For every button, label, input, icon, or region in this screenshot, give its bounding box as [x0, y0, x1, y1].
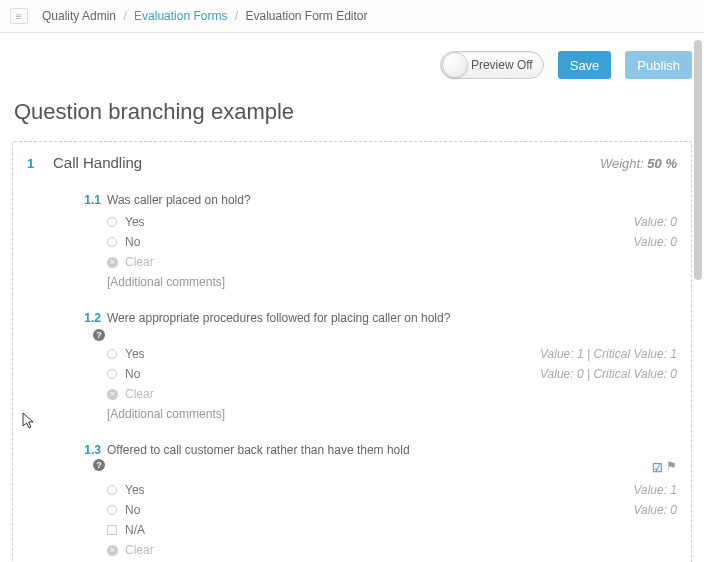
clear-label: Clear	[125, 543, 154, 557]
clear-icon: ×	[107, 389, 118, 400]
clear-button[interactable]: × Clear	[107, 387, 677, 401]
scrollbar[interactable]	[694, 40, 702, 280]
question-number: 1.3	[73, 443, 101, 457]
answer-label: No	[125, 235, 140, 249]
help-icon[interactable]: ?	[93, 459, 105, 471]
topbar: ≡ Quality Admin / Evaluation Forms / Eva…	[0, 0, 704, 33]
answer-yes[interactable]: Yes Value: 0	[107, 215, 677, 229]
radio-icon	[107, 505, 117, 515]
page-title: Question branching example	[14, 99, 692, 125]
answer-value: Value: 0	[633, 215, 677, 229]
preview-toggle[interactable]: Preview Off	[440, 51, 544, 79]
main-content: Preview Off Save Publish Question branch…	[0, 33, 704, 562]
answer-no[interactable]: No Value: 0 | Critical Value: 0	[107, 367, 677, 381]
breadcrumb-sep: /	[123, 9, 126, 23]
breadcrumb: Quality Admin / Evaluation Forms / Evalu…	[42, 9, 368, 23]
question-text: Was caller placed on hold?	[107, 193, 251, 207]
answer-value: Value: 0	[633, 235, 677, 249]
answers: Yes Value: 0 No Value: 0 × Clear [Additi…	[107, 215, 677, 289]
toggle-knob	[442, 52, 468, 78]
clear-icon: ×	[107, 257, 118, 268]
answer-na[interactable]: N/A	[107, 523, 677, 537]
radio-icon	[107, 485, 117, 495]
publish-button[interactable]: Publish	[625, 51, 692, 79]
question-1-2: 1.2 Were appropriate procedures followed…	[73, 311, 677, 421]
answer-label: Yes	[125, 215, 145, 229]
answer-label: Yes	[125, 347, 145, 361]
question-1-1: 1.1 Was caller placed on hold? Yes Value…	[73, 193, 677, 289]
answer-label: No	[125, 367, 140, 381]
additional-comments[interactable]: [Additional comments]	[107, 407, 677, 421]
save-button[interactable]: Save	[558, 51, 612, 79]
answer-yes[interactable]: Yes Value: 1	[107, 483, 677, 497]
section-call-handling: 1 Call Handling Weight: 50 % 1.1 Was cal…	[12, 141, 692, 562]
answer-no[interactable]: No Value: 0	[107, 235, 677, 249]
breadcrumb-item-evaluation-forms[interactable]: Evaluation Forms	[134, 9, 227, 23]
clear-icon: ×	[107, 545, 118, 556]
clear-label: Clear	[125, 387, 154, 401]
radio-icon	[107, 369, 117, 379]
breadcrumb-item-editor: Evaluation Form Editor	[245, 9, 367, 23]
answers: ☑ ⚑ Yes Value: 1 No Value: 0 N/A	[107, 459, 677, 557]
preview-toggle-label: Preview Off	[471, 58, 533, 72]
question-1-3: 1.3 Offered to call customer back rather…	[73, 443, 677, 557]
help-icon[interactable]: ?	[93, 329, 105, 341]
section-number: 1	[23, 156, 53, 171]
section-weight: Weight: 50 %	[600, 156, 677, 171]
answer-value: Value: 0 | Critical Value: 0	[540, 367, 677, 381]
answer-value: Value: 1	[633, 483, 677, 497]
answer-label: Yes	[125, 483, 145, 497]
section-title: Call Handling	[53, 154, 142, 171]
clear-button[interactable]: × Clear	[107, 543, 677, 557]
answer-no[interactable]: No Value: 0	[107, 503, 677, 517]
answer-value: Value: 1 | Critical Value: 1	[540, 347, 677, 361]
question-text: Were appropriate procedures followed for…	[107, 311, 450, 325]
weight-value: 50 %	[647, 156, 677, 171]
answers: Yes Value: 1 | Critical Value: 1 No Valu…	[107, 347, 677, 421]
breadcrumb-sep: /	[235, 9, 238, 23]
answer-label: No	[125, 503, 140, 517]
flag-icon[interactable]: ⚑	[666, 459, 677, 473]
question-number: 1.2	[73, 311, 101, 325]
checkbox-checked-icon[interactable]: ☑	[652, 461, 663, 472]
clear-label: Clear	[125, 255, 154, 269]
weight-label: Weight:	[600, 156, 644, 171]
flag-row: ☑ ⚑	[107, 459, 677, 473]
answer-label: N/A	[125, 523, 145, 537]
question-text: Offered to call customer back rather tha…	[107, 443, 410, 457]
additional-comments[interactable]: [Additional comments]	[107, 275, 677, 289]
breadcrumb-item-quality-admin[interactable]: Quality Admin	[42, 9, 116, 23]
answer-value: Value: 0	[633, 503, 677, 517]
answer-yes[interactable]: Yes Value: 1 | Critical Value: 1	[107, 347, 677, 361]
menu-icon[interactable]: ≡	[10, 8, 28, 24]
radio-icon	[107, 217, 117, 227]
section-header: 1 Call Handling Weight: 50 %	[23, 154, 677, 171]
radio-icon	[107, 349, 117, 359]
clear-button[interactable]: × Clear	[107, 255, 677, 269]
checkbox-icon	[107, 525, 117, 535]
question-number: 1.1	[73, 193, 101, 207]
action-row: Preview Off Save Publish	[12, 43, 692, 93]
radio-icon	[107, 237, 117, 247]
